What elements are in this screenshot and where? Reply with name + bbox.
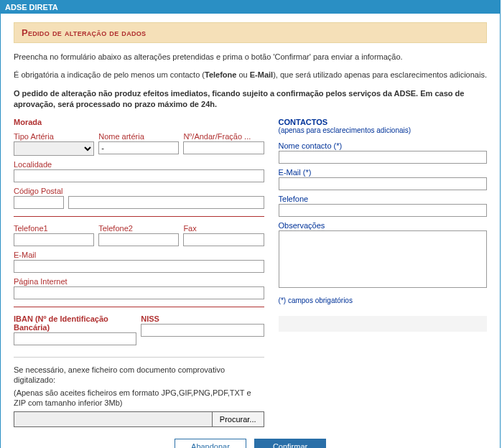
intro-p1: Preencha no formulário abaixo as alteraç… <box>14 52 487 62</box>
localidade-label: Localidade <box>14 160 264 169</box>
intro-text: Preencha no formulário abaixo as alteraç… <box>14 52 487 111</box>
iban-label: IBAN (Nº de Identificação Bancária) <box>14 314 136 332</box>
niss-label: NISS <box>141 314 264 323</box>
separator <box>14 307 264 307</box>
intro-p2-a: É obrigatória a indicação de pelo menos … <box>14 70 205 79</box>
morada-title: Morada <box>14 118 264 126</box>
email-input[interactable] <box>14 260 264 273</box>
left-column: Morada Tipo Artéria Nome artéria Nº/Anda… <box>14 118 264 427</box>
codigo-postal-2-input[interactable] <box>68 196 264 209</box>
codigo-postal-label: Código Postal <box>14 187 264 195</box>
upload-desc-1: Se necessário, anexe ficheiro com docume… <box>14 365 264 386</box>
browse-button[interactable]: Procurar... <box>212 411 264 427</box>
actions: Abandonar Confirmar <box>14 439 487 448</box>
intro-p2-c: ou <box>236 70 249 79</box>
telefone2-label: Telefone2 <box>98 224 179 233</box>
iban-label-b: IBAN (Nº de Identificação Bancária) <box>14 314 108 332</box>
contactos-sub: (apenas para esclarecimentos adicionais) <box>279 126 487 134</box>
confirm-button[interactable]: Confirmar <box>254 439 326 448</box>
iban-input[interactable] <box>14 332 136 345</box>
telefone1-label: Telefone1 <box>14 224 94 233</box>
intro-p3-b: O pedido de alteração não produz efeitos… <box>14 89 464 108</box>
file-path-display <box>14 411 213 427</box>
right-column: CONTACTOS (apenas para esclarecimentos a… <box>279 118 487 427</box>
tipo-arteria-select[interactable] <box>14 141 94 156</box>
fax-label: Fax <box>183 224 264 233</box>
email-label: E-Mail <box>14 251 264 259</box>
contacto-nome-label: Nome contacto (*) <box>279 141 487 150</box>
intro-p3: O pedido de alteração não produz efeitos… <box>14 88 487 111</box>
contacto-telefone-label: Telefone <box>279 195 487 203</box>
contacto-nome-input[interactable] <box>279 151 487 164</box>
nome-arteria-label: Nome artéria <box>98 132 179 141</box>
niss-label-b: NISS <box>141 314 159 323</box>
tipo-arteria-label: Tipo Artéria <box>14 132 94 141</box>
contactos-title: CONTACTOS <box>279 118 487 126</box>
intro-p2-b: Telefone <box>205 70 236 79</box>
placeholder-box <box>279 316 487 332</box>
window-title: ADSE DIRETA <box>1 1 500 14</box>
codigo-postal-1-input[interactable] <box>14 196 64 209</box>
intro-p2-e: ), que será utilizado apenas para esclar… <box>273 70 487 79</box>
fax-input[interactable] <box>183 233 264 246</box>
contacto-telefone-input[interactable] <box>279 204 487 217</box>
intro-p2-d: E-Mail <box>250 70 273 79</box>
intro-p2: É obrigatória a indicação de pelo menos … <box>14 70 487 80</box>
window: ADSE DIRETA Pedido de alteração de dados… <box>0 0 501 448</box>
pagina-input[interactable] <box>14 286 264 299</box>
upload-desc-2: (Apenas são aceites ficheiros em formato… <box>14 388 264 409</box>
section-title: Pedido de alteração de dados <box>14 22 487 43</box>
telefone2-input[interactable] <box>98 233 179 246</box>
numero-label: Nº/Andar/Fração ... <box>183 132 264 141</box>
abandon-button[interactable]: Abandonar <box>175 439 246 448</box>
separator-gray <box>14 357 264 358</box>
contacto-obs-textarea[interactable] <box>279 230 487 288</box>
nome-arteria-input[interactable] <box>98 141 179 154</box>
contacto-email-input[interactable] <box>279 177 487 190</box>
niss-input[interactable] <box>141 324 264 337</box>
localidade-input[interactable] <box>14 169 264 182</box>
numero-input[interactable] <box>183 141 264 154</box>
separator <box>14 216 264 217</box>
contacto-email-label: E-Mail (*) <box>279 168 487 177</box>
contacto-obs-label: Observações <box>279 221 487 230</box>
required-note: (*) campos obrigatórios <box>279 297 487 304</box>
telefone1-input[interactable] <box>14 233 94 246</box>
pagina-label: Página Internet <box>14 277 264 286</box>
content: Pedido de alteração de dados Preencha no… <box>1 14 500 448</box>
